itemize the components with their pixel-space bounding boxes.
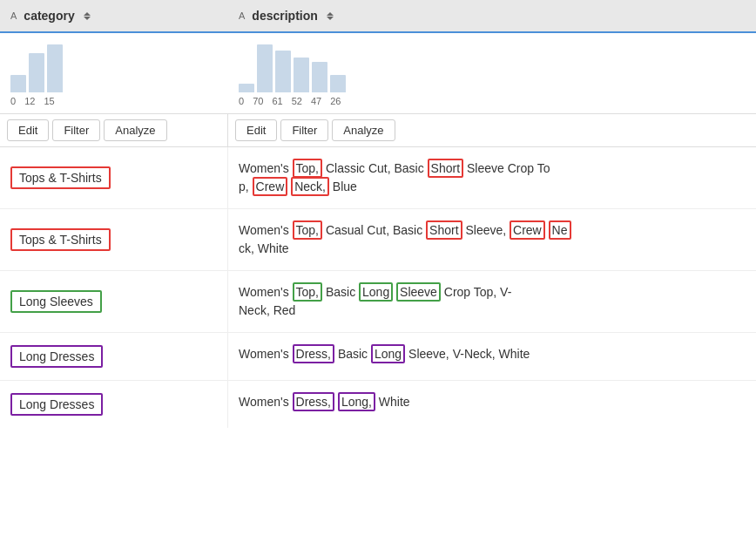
- cell-category-1: Tops & T-Shirts: [0, 147, 228, 208]
- chart-bar: [294, 58, 309, 92]
- chart-bar: [47, 44, 63, 92]
- cell-description-4: Women's Dress, Basic Long Sleeve, V-Neck…: [228, 333, 756, 380]
- category-badge: Tops & T-Shirts: [10, 166, 111, 189]
- token: Dress,: [293, 344, 334, 363]
- sort-icon-category[interactable]: [84, 12, 91, 20]
- type-indicator-category: A: [10, 10, 17, 21]
- chart-bar: [10, 75, 26, 92]
- category-badge: Tops & T-Shirts: [10, 228, 111, 251]
- table-row: Long Dresses Women's Dress, Long, White: [0, 381, 756, 428]
- chart-bar: [29, 53, 44, 92]
- cell-category-4: Long Dresses: [0, 333, 228, 380]
- token: Neck,: [291, 177, 329, 196]
- token: Top,: [293, 220, 322, 240]
- cell-category-5: Long Dresses: [0, 381, 228, 428]
- cell-description-3: Women's Top, Basic Long Sleeve Crop Top,…: [228, 271, 756, 332]
- sort-icon-description[interactable]: [327, 12, 334, 20]
- chart-bar: [239, 84, 254, 92]
- token: Short: [428, 159, 463, 178]
- header-category-label: category: [24, 9, 74, 23]
- action-cell-description: Edit Filter Analyze: [228, 114, 756, 146]
- token: Long,: [338, 392, 375, 411]
- table-row: Tops & T-Shirts Women's Top, Classic Cut…: [0, 147, 756, 209]
- header-description[interactable]: A description: [228, 0, 756, 31]
- cell-description-5: Women's Dress, Long, White: [228, 381, 756, 428]
- header-category[interactable]: A category: [0, 0, 228, 31]
- chart-bar: [330, 75, 346, 92]
- token: Short: [426, 220, 462, 240]
- token: Dress,: [293, 392, 334, 411]
- category-badge: Long Sleeves: [10, 290, 102, 313]
- chart-area: 0 12 15 0 70 61 52 47 26: [0, 33, 756, 114]
- cell-description-2: Women's Top, Casual Cut, Basic Short Sle…: [228, 209, 756, 270]
- token: Long: [371, 344, 405, 363]
- filter-button-category[interactable]: Filter: [52, 119, 100, 141]
- table-row: Long Sleeves Women's Top, Basic Long Sle…: [0, 271, 756, 333]
- chart-bar: [312, 62, 327, 92]
- action-row: Edit Filter Analyze Edit Filter Analyze: [0, 114, 756, 147]
- analyze-button-description[interactable]: Analyze: [332, 119, 395, 141]
- token: Crew: [510, 220, 545, 240]
- chart-labels-description: 0 70 61 52 47 26: [239, 96, 341, 106]
- action-cell-category: Edit Filter Analyze: [0, 114, 228, 146]
- filter-button-description[interactable]: Filter: [280, 119, 328, 141]
- category-badge: Long Dresses: [10, 393, 103, 416]
- analyze-button-category[interactable]: Analyze: [104, 119, 166, 141]
- chart-bar: [257, 44, 273, 92]
- cell-category-2: Tops & T-Shirts: [0, 209, 228, 270]
- mini-chart-description: [239, 40, 346, 92]
- chart-bar: [275, 51, 291, 92]
- token: Crew: [253, 177, 288, 196]
- token: Ne: [549, 220, 571, 240]
- category-badge: Long Dresses: [10, 345, 103, 368]
- table-row: Long Dresses Women's Dress, Basic Long S…: [0, 333, 756, 381]
- cell-description-1: Women's Top, Classic Cut, Basic Short Sl…: [228, 147, 756, 208]
- chart-cell-description: 0 70 61 52 47 26: [228, 33, 756, 113]
- edit-button-description[interactable]: Edit: [235, 119, 277, 141]
- type-indicator-description: A: [239, 10, 245, 21]
- chart-cell-category: 0 12 15: [0, 33, 228, 113]
- data-rows: Tops & T-Shirts Women's Top, Classic Cut…: [0, 147, 756, 556]
- table-row: Tops & T-Shirts Women's Top, Casual Cut,…: [0, 209, 756, 271]
- edit-button-category[interactable]: Edit: [7, 119, 49, 141]
- token: Long: [359, 282, 393, 302]
- header-description-label: description: [252, 9, 317, 23]
- token: Top,: [293, 159, 322, 178]
- mini-chart-category: [10, 40, 63, 92]
- cell-category-3: Long Sleeves: [0, 271, 228, 332]
- data-table: A category A description 0: [0, 0, 756, 556]
- header-row: A category A description: [0, 0, 756, 33]
- token: Top,: [293, 282, 322, 302]
- chart-labels-category: 0 12 15: [10, 96, 55, 106]
- token: Sleeve: [396, 282, 441, 302]
